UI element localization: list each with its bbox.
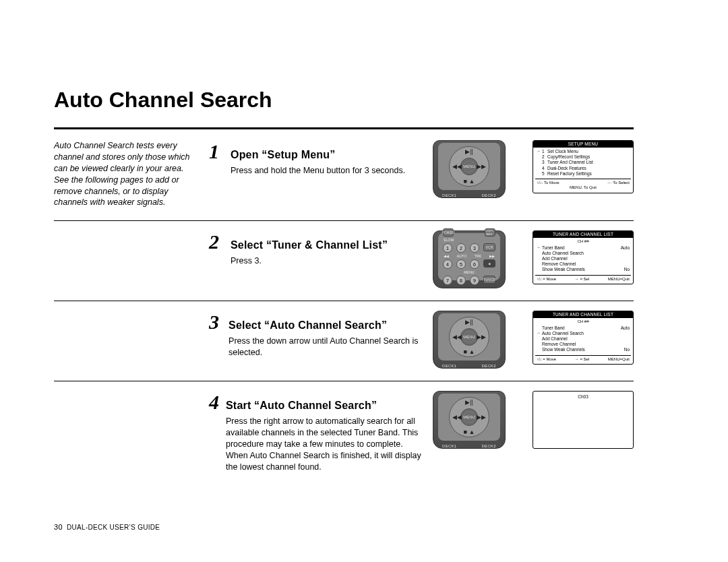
page-footer: 30 DUAL-DECK USER’S GUIDE	[54, 523, 160, 531]
step-title: Start “Auto Channel Search”	[226, 400, 425, 412]
menu-button-icon: MENU	[460, 328, 478, 346]
num-3-icon: 3	[470, 243, 479, 253]
step-3: 3 Select “Auto Channel Search” Press the…	[209, 311, 425, 358]
osd-setup-menu: SETUP MENU →1Set Clock Menu 2Copy/Record…	[533, 140, 634, 193]
step-title: Open “Setup Menu”	[231, 149, 405, 161]
menu-button-icon: MENU	[460, 158, 478, 175]
deck2-label: DECK2	[481, 444, 496, 448]
step-desc: Press the down arrow until Auto Channel …	[229, 336, 425, 358]
step-4: 4 Start “Auto Channel Search” Press the …	[209, 391, 425, 472]
osd-tuner-list: TUNER AND CHANNEL LIST CH ## →Tuner Band…	[533, 230, 634, 284]
remote-graphic: ▶|| ■ ▲ ◀◀ ▶▶ MENU DECK1 DECK2	[433, 391, 506, 449]
dpad-icon: ▶|| ■ ▲ ◀◀ ▶▶ MENU	[449, 146, 489, 187]
dpad-icon: ▶|| ■ ▲ ◀◀ ▶▶ MENU	[449, 397, 489, 437]
osd-tuner-list: TUNER AND CHANNEL LIST CH ## Tuner BandA…	[533, 311, 634, 365]
step-desc: Press the right arrow to automatically s…	[226, 416, 425, 472]
osd-channel-display: Ch03	[533, 391, 634, 449]
step-desc: Press and hold the Menu button for 3 sec…	[231, 165, 405, 177]
num-2-icon: 2	[456, 243, 466, 253]
deck2-label: DECK2	[481, 364, 496, 368]
step-row-2: 2 Select “Tuner & Channel List” Press 3.…	[54, 226, 634, 294]
power-button-icon: POWER	[443, 228, 454, 237]
num-4-icon: 4	[443, 259, 452, 269]
rule	[54, 220, 634, 221]
step-title: Select “Tuner & Channel List”	[231, 239, 388, 251]
vcr-button-icon: VCR	[483, 243, 495, 251]
osd-title: TUNER AND CHANNEL LIST	[533, 311, 633, 318]
num-7-icon: 7	[443, 276, 452, 285]
step-row-4: 4 Start “Auto Channel Search” Press the …	[54, 387, 634, 478]
page-number: 30	[54, 523, 63, 531]
osd-title: TUNER AND CHANNEL LIST	[533, 231, 633, 238]
num-5-icon: 5	[456, 259, 466, 269]
step-1: 1 Open “Setup Menu” Press and hold the M…	[209, 140, 425, 177]
osd-title: SETUP MENU	[533, 141, 633, 148]
deck1-label: DECK1	[442, 364, 457, 368]
remote-graphic: ▶|| ■ ▲ ◀◀ ▶▶ MENU DECK1 DECK2	[433, 140, 506, 198]
step-2: 2 Select “Tuner & Channel List” Press 3.	[209, 230, 425, 267]
page-title: Auto Channel Search	[54, 88, 634, 113]
tvvcr-button-icon: TV/VCR	[483, 276, 495, 284]
deck1-label: DECK1	[442, 193, 457, 197]
step-desc: Press 3.	[231, 255, 388, 267]
step-title: Select “Auto Channel Search”	[229, 319, 425, 332]
num-8-icon: 8	[456, 276, 466, 285]
menu-button-icon: MENU	[460, 408, 478, 426]
copytape-button-icon: COPY TAPE	[485, 228, 495, 237]
step-number: 4	[209, 391, 219, 414]
rule	[54, 381, 634, 381]
dpad-icon: ▶|| ■ ▲ ◀◀ ▶▶ MENU	[449, 317, 489, 357]
remote-numpad-graphic: POWER COPY TAPE SLOW 123VCR ◀◀AUTOTRK▶▶ …	[433, 230, 506, 288]
deck2-label: DECK2	[481, 193, 496, 197]
step-number: 1	[209, 140, 224, 163]
step-number: 3	[209, 311, 222, 334]
num-6-icon: 6	[470, 259, 479, 269]
step-number: 2	[209, 230, 224, 253]
num-1-icon: 1	[443, 243, 452, 253]
rule-top	[54, 127, 634, 129]
intro-text: Auto Channel Search tests every channel …	[54, 140, 209, 208]
rule	[54, 301, 634, 301]
num-9-icon: 9	[470, 276, 479, 285]
manual-page: Auto Channel Search Auto Channel Search …	[54, 88, 634, 478]
guide-title: DUAL-DECK USER’S GUIDE	[67, 524, 160, 531]
deck1-label: DECK1	[442, 444, 457, 448]
step-row-3: 3 Select “Auto Channel Search” Press the…	[54, 307, 634, 374]
step-row-1: Auto Channel Search tests every channel …	[54, 136, 634, 214]
remote-graphic: ▶|| ■ ▲ ◀◀ ▶▶ MENU DECK1 DECK2	[433, 311, 506, 369]
